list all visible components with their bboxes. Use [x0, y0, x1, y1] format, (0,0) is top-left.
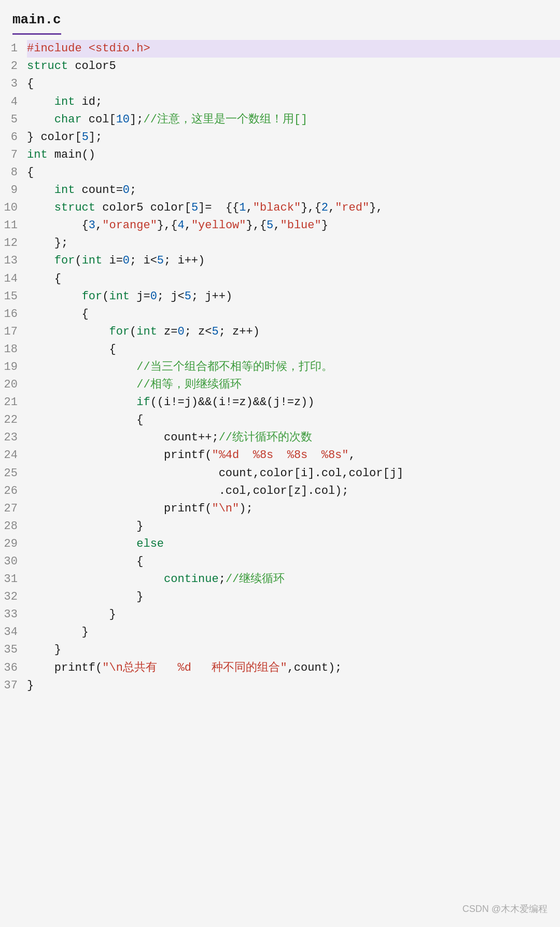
line-number: 15 — [0, 288, 18, 306]
plain-token — [27, 396, 136, 409]
line-number: 32 — [0, 588, 18, 606]
line-number: 19 — [0, 358, 18, 376]
code-line: } — [27, 624, 560, 641]
plain-token — [27, 201, 54, 214]
code-line: } — [27, 588, 560, 606]
plain-token — [27, 325, 109, 338]
plain-token: ; i++) — [164, 254, 205, 267]
num-token: 0 — [150, 290, 157, 303]
window: main.c 123456789101112131415161718192021… — [0, 0, 560, 927]
kw-token: int — [54, 184, 75, 197]
plain-token: count++; — [27, 431, 219, 444]
plain-token: { — [27, 219, 89, 232]
code-line: for(int z=0; z<5; z++) — [27, 323, 560, 341]
plain-token: } — [27, 590, 143, 603]
plain-token — [27, 378, 136, 391]
kw-token: for — [54, 254, 75, 267]
code-line: { — [27, 75, 560, 93]
kw-token: for — [109, 325, 130, 338]
line-number: 28 — [0, 518, 18, 535]
str-token: "blue" — [281, 219, 321, 232]
code-line: .col,color[z].col); — [27, 482, 560, 500]
plain-token: },{ — [301, 201, 321, 214]
code-line: printf("\n总共有 %d 种不同的组合",count); — [27, 659, 560, 677]
code-line: //当三个组合都不相等的时候，打印。 — [27, 358, 560, 376]
code-line: continue;//继续循环 — [27, 571, 560, 588]
line-number: 27 — [0, 500, 18, 518]
line-number: 1 — [0, 40, 18, 58]
plain-token: { — [27, 308, 89, 321]
str-token: "%4d %8s %8s %8s" — [212, 449, 348, 462]
title-bar: main.c — [0, 0, 560, 35]
plain-token: , — [246, 201, 253, 214]
code-line: if((i!=j)&&(i!=z)&&(j!=z)) — [27, 394, 560, 411]
plain-token: ; j++) — [191, 290, 232, 303]
kw-token: if — [136, 396, 150, 409]
plain-token: ( — [130, 325, 136, 338]
str-token: "black" — [253, 201, 301, 214]
plain-token: }; — [27, 237, 68, 250]
plain-token: ]; — [130, 113, 143, 126]
code-line: { — [27, 270, 560, 288]
line-numbers: 1234567891011121314151617181920212223242… — [0, 40, 25, 694]
plain-token: ((i!=j)&&(i!=z)&&(j!=z)) — [150, 396, 315, 409]
code-line: printf("%4d %8s %8s %8s", — [27, 447, 560, 464]
cmt-token: //当三个组合都不相等的时候，打印。 — [136, 361, 332, 373]
str-token: "\n总共有 %d 种不同的组合" — [102, 661, 287, 674]
plain-token: , — [95, 219, 102, 232]
plain-token: , — [185, 219, 191, 232]
line-number: 18 — [0, 341, 18, 358]
plain-token: },{ — [246, 219, 267, 232]
line-number: 21 — [0, 394, 18, 411]
plain-token: { — [27, 166, 34, 179]
plain-token: z= — [157, 325, 178, 338]
code-line: int main() — [27, 146, 560, 164]
plain-token — [27, 95, 54, 108]
num-token: 3 — [89, 219, 95, 232]
line-number: 16 — [0, 306, 18, 323]
plain-token: printf( — [27, 502, 212, 515]
footer: CSDN @木木爱编程 — [463, 902, 548, 917]
code-line: }; — [27, 234, 560, 252]
pre-token: #include <stdio.h> — [27, 42, 150, 55]
code-line: //相等，则继续循环 — [27, 376, 560, 394]
plain-token: ; — [219, 573, 226, 586]
kw-token: int — [54, 95, 75, 108]
num-token: 5 — [212, 325, 218, 338]
line-number: 26 — [0, 482, 18, 500]
plain-token: } — [27, 520, 143, 533]
num-token: 5 — [185, 290, 191, 303]
plain-token: printf( — [27, 449, 212, 462]
code-line: struct color5 color[5]= {{1,"black"},{2,… — [27, 199, 560, 217]
code-line: } color[5]; — [27, 129, 560, 146]
line-number: 2 — [0, 58, 18, 75]
str-token: "red" — [335, 201, 369, 214]
num-token: 5 — [82, 131, 89, 144]
num-token: 4 — [177, 219, 184, 232]
line-number: 7 — [0, 146, 18, 164]
line-number: 30 — [0, 553, 18, 571]
line-number: 20 — [0, 376, 18, 394]
plain-token — [27, 290, 82, 303]
code-line: char col[10];//注意，这里是一个数组！用[] — [27, 111, 560, 129]
str-token: "yellow" — [191, 219, 246, 232]
code-line: { — [27, 306, 560, 323]
code-line: { — [27, 341, 560, 358]
num-token: 1 — [239, 201, 246, 214]
cmt-token: //统计循环的次数 — [219, 431, 312, 444]
code-area: 1234567891011121314151617181920212223242… — [0, 35, 560, 699]
kw-token: continue — [164, 573, 219, 586]
plain-token: , — [349, 449, 356, 462]
plain-token — [27, 113, 54, 126]
plain-token: ; — [130, 184, 136, 197]
plain-token: ; j< — [157, 290, 185, 303]
plain-token: count,color[i].col,color[j] — [27, 467, 403, 480]
cmt-token: //相等，则继续循环 — [136, 378, 241, 391]
plain-token — [27, 573, 164, 586]
line-number: 4 — [0, 93, 18, 111]
plain-token — [27, 254, 54, 267]
line-number: 6 — [0, 129, 18, 146]
line-number: 17 — [0, 323, 18, 341]
line-number: 31 — [0, 571, 18, 588]
line-number: 5 — [0, 111, 18, 129]
